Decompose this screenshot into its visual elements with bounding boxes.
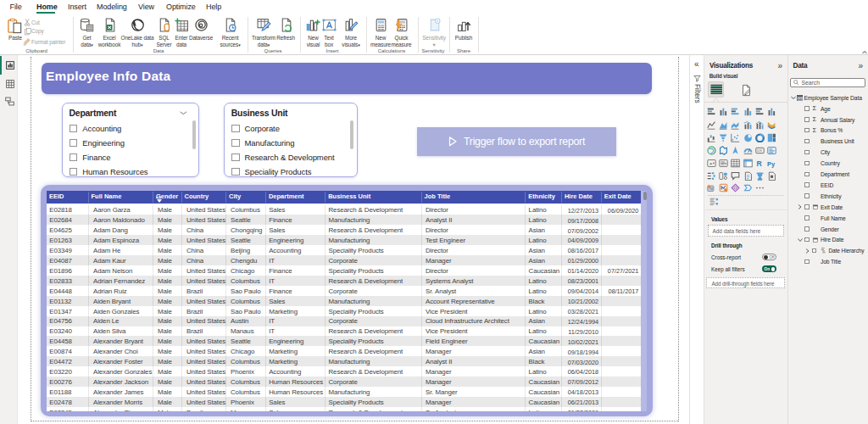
svg-text:M: M — [710, 187, 713, 191]
svg-text:R: R — [756, 159, 762, 168]
svg-text:DX: DX — [757, 148, 762, 153]
svg-text:Py: Py — [767, 159, 776, 167]
